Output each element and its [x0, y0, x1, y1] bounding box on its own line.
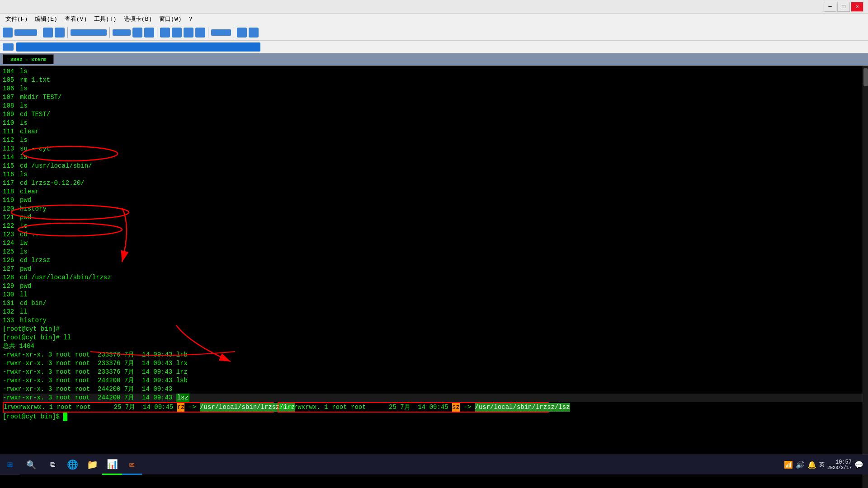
menu-item-edit[interactable]: 编辑(E)	[31, 14, 61, 24]
toolbar-btn9[interactable]	[237, 28, 247, 38]
term-line-105: 105rm 1.txt	[3, 76, 865, 84]
toolbar-addr[interactable]	[71, 29, 107, 36]
term-line-127: 127pwd	[3, 265, 865, 273]
menu-bar: 文件(F) 编辑(E) 查看(V) 工具(T) 选项卡(B) 窗口(W) ?	[0, 14, 868, 24]
menu-item-help[interactable]: ?	[185, 15, 196, 23]
term-line-132: 132ll	[3, 308, 865, 316]
term-line-112: 112ls	[3, 136, 865, 145]
term-line-110: 110ls	[3, 119, 865, 127]
toolbar-new[interactable]	[3, 28, 13, 38]
taskbar: ⊞ 🔍 ⧉ 🌐 📁 📊 ✉ 📶 🔊	[0, 455, 868, 474]
toolbar-btn5[interactable]	[160, 28, 170, 38]
toolbar-sep6	[234, 27, 234, 38]
total-line: 总共 1404	[3, 342, 865, 351]
search-icon: 🔍	[26, 460, 36, 470]
taskbar-app-excel[interactable]: 📊	[102, 455, 122, 475]
term-line-116: 116ls	[3, 170, 865, 179]
volume-icon: 🔊	[796, 460, 805, 469]
toolbar-sep4	[157, 27, 157, 38]
securecrt-icon: ✉	[129, 459, 135, 470]
toolbar-open[interactable]	[14, 29, 37, 36]
notification-icon: 🔔	[807, 460, 816, 469]
network-icon: 📶	[784, 460, 793, 469]
term-line-114: 114ls	[3, 153, 865, 162]
excel-icon: 📊	[107, 459, 118, 470]
menu-item-file[interactable]: 文件(F)	[2, 14, 31, 24]
time-display: 10:57	[827, 459, 852, 465]
task-view-button[interactable]: ⧉	[42, 455, 62, 475]
term-line-115: 115cd /usr/local/sbin/	[3, 162, 865, 170]
notification-center[interactable]: 💬	[854, 460, 863, 469]
lang-display: 英	[819, 461, 825, 469]
menu-item-window[interactable]: 窗口(W)	[156, 14, 185, 24]
toolbar-btn2[interactable]	[55, 28, 65, 38]
date-display: 2023/3/17	[827, 465, 852, 470]
tab-bar: SSH2 - xterm	[0, 53, 868, 65]
scrollbar-thumb[interactable]	[863, 68, 868, 86]
toolbar-btn6[interactable]	[172, 28, 182, 38]
toolbar-btn1[interactable]	[43, 28, 53, 38]
menu-item-tabs[interactable]: 选项卡(B)	[120, 14, 156, 24]
term-line-108: 108ls	[3, 102, 865, 110]
taskbar-app-securecrt[interactable]: ✉	[122, 455, 142, 475]
minimize-button[interactable]: ─	[824, 2, 836, 12]
term-line-111: 111clear	[3, 127, 865, 136]
symlink-sz: lrwxrwxrwx. 1 root root 25 7月 14 09:45 s…	[278, 402, 549, 413]
toolbar-btn8[interactable]	[195, 28, 205, 38]
close-button[interactable]: ✕	[851, 2, 863, 12]
toolbar-btn4[interactable]	[144, 28, 154, 38]
tab-label: SSH2 - xterm	[10, 57, 46, 62]
term-line-121: 121pwd	[3, 213, 865, 222]
addr-icon	[3, 43, 14, 51]
file-line-lsz: -rwxr-xr-x. 3 root root 244200 7月 14 09:…	[3, 394, 865, 402]
explorer-icon: 📁	[87, 459, 98, 470]
term-line-118: 118clear	[3, 188, 865, 196]
term-line-124: 124lw	[3, 239, 865, 248]
title-bar-buttons: ─ □ ✕	[824, 2, 863, 12]
toolbar-sep1	[40, 27, 40, 38]
toolbar-btn7[interactable]	[184, 28, 193, 38]
term-line-106: 106ls	[3, 84, 865, 93]
app-container: ─ □ ✕ 文件(F) 编辑(E) 查看(V) 工具(T) 选项卡(B) 窗口(…	[0, 0, 868, 488]
windows-icon: ⊞	[7, 459, 13, 470]
term-line-107: 107mkdir TEST/	[3, 93, 865, 102]
term-line-113: 113su - cyt	[3, 145, 865, 153]
toolbar-btn10[interactable]	[249, 28, 259, 38]
symlink-rz: lrwxrwxrwx. 1 root root 25 7月 14 09:45 r…	[3, 402, 274, 413]
maximize-button[interactable]: □	[837, 2, 850, 12]
toolbar-misc1[interactable]	[113, 29, 131, 36]
file-line-lrx: -rwxr-xr-x. 3 root root 233376 7月 14 09:…	[3, 359, 865, 368]
scrollbar-vertical[interactable]	[863, 66, 868, 488]
term-line-128: 128cd /usr/local/sbin/lrzsz	[3, 273, 865, 282]
term-line-133: 133history	[3, 316, 865, 325]
terminal[interactable]: 104ls 105rm 1.txt 106ls 107mkdir TEST/ 1…	[0, 66, 868, 488]
menu-item-tools[interactable]: 工具(T)	[90, 14, 120, 24]
taskbar-app-explorer[interactable]: 📁	[82, 455, 102, 475]
taskbar-search[interactable]: 🔍	[20, 455, 42, 475]
term-line-119: 119pwd	[3, 196, 865, 205]
term-line-109: 109cd TEST/	[3, 110, 865, 119]
file-line-lrz: -rwxr-xr-x. 3 root root 233376 7月 14 09:…	[3, 368, 865, 376]
task-view-icon: ⧉	[50, 460, 55, 469]
term-line-126: 126cd lrzsz	[3, 256, 865, 265]
title-bar: ─ □ ✕	[0, 0, 868, 14]
file-line-lrb: -rwxr-xr-x. 3 root root 233376 7月 14 09:…	[3, 351, 865, 359]
menu-item-view[interactable]: 查看(V)	[61, 14, 90, 24]
toolbar-sep5	[208, 27, 208, 38]
toolbar-btn3[interactable]	[132, 28, 142, 38]
toolbar-misc2[interactable]	[211, 29, 231, 36]
final-prompt: [root@cyt bin]$	[3, 413, 865, 421]
cursor	[63, 413, 67, 421]
window-chrome: ─ □ ✕ 文件(F) 编辑(E) 查看(V) 工具(T) 选项卡(B) 窗口(…	[0, 0, 868, 66]
clock: 10:57 2023/3/17	[827, 459, 852, 470]
toolbar-sep3	[109, 27, 110, 38]
start-button[interactable]: ⊞	[0, 455, 20, 475]
address-input[interactable]	[16, 42, 260, 52]
prompt-ll-command: [root@cyt bin]# ll	[3, 333, 865, 342]
term-line-123: 123cd ..	[3, 230, 865, 239]
term-line-131: 131cd bin/	[3, 299, 865, 308]
tab-ssh[interactable]: SSH2 - xterm	[3, 54, 54, 64]
toolbar	[0, 24, 868, 41]
taskbar-apps: 🌐 📁 📊 ✉	[62, 455, 142, 475]
taskbar-app-edge[interactable]: 🌐	[62, 455, 82, 475]
